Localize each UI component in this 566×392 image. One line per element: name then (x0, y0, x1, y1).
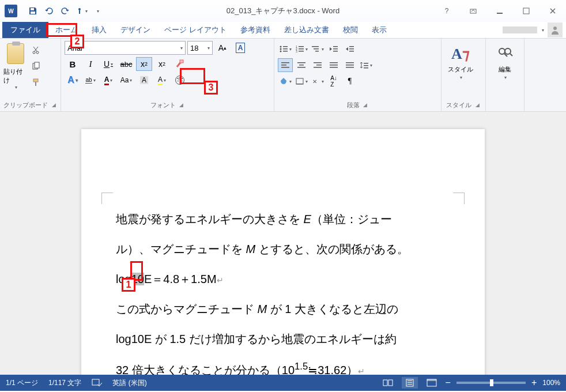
page-indicator[interactable]: 1/1 ページ (6, 378, 38, 388)
svg-rect-19 (283, 51, 288, 52)
phonetic-guide-button[interactable]: ab▾ (82, 73, 99, 87)
subscript-button[interactable]: x2 (136, 57, 152, 71)
avatar[interactable] (548, 22, 563, 37)
word-count[interactable]: 1/117 文字 (48, 378, 81, 388)
maximize-icon[interactable] (513, 5, 539, 17)
language-indicator[interactable]: 英語 (米国) (112, 378, 146, 388)
title-bar: W ▾ ▾ 02_013_キャプチャ3.docx - Word ? (0, 0, 566, 22)
zoom-out-button[interactable]: − (446, 378, 451, 388)
svg-rect-51 (364, 65, 368, 66)
cut-button[interactable] (28, 43, 44, 57)
help-icon[interactable]: ? (433, 5, 460, 17)
decrease-indent-button[interactable] (326, 42, 341, 56)
svg-rect-50 (364, 63, 368, 64)
italic-button[interactable]: I (82, 57, 99, 71)
web-layout-icon[interactable] (424, 377, 440, 389)
show-marks-button[interactable]: ¶ (342, 74, 357, 88)
underline-button[interactable]: U▾ (100, 57, 116, 71)
justify-button[interactable] (326, 58, 341, 72)
align-center-button[interactable] (294, 58, 309, 72)
font-color-button[interactable]: A▾ (100, 73, 116, 87)
bold-button[interactable]: B (65, 57, 81, 71)
clipboard-icon (7, 43, 24, 64)
increase-indent-button[interactable] (342, 42, 357, 56)
highlight-button[interactable]: A▾ (154, 73, 170, 87)
close-icon[interactable] (539, 5, 566, 17)
zoom-thumb[interactable] (490, 379, 493, 386)
minimize-icon[interactable] (486, 5, 513, 17)
borders-button[interactable]: ▾ (294, 74, 309, 88)
group-paragraph: ▾ 123▾ ▾ ▾ ▾ ▾ ✕▾ A↓Z ¶ 段落◢ (274, 39, 442, 111)
font-name-combo[interactable]: Arial▾ (65, 41, 186, 55)
multilevel-button[interactable]: ▾ (310, 42, 325, 56)
sort-button[interactable]: A↓Z (326, 74, 341, 88)
tab-design[interactable]: デザイン (114, 22, 157, 38)
user-chevron-icon[interactable]: ▾ (542, 28, 544, 33)
strikethrough-button[interactable]: abc (118, 57, 134, 71)
styles-button[interactable]: A⁊ スタイル ▾ (446, 41, 475, 100)
font-size-combo[interactable]: 18▾ (187, 41, 213, 55)
enclose-char-button[interactable]: 字 (172, 73, 188, 87)
svg-rect-37 (281, 67, 289, 68)
copy-button[interactable] (28, 59, 44, 73)
tab-review[interactable]: 校閲 (336, 22, 365, 38)
zoom-level[interactable]: 100% (542, 379, 560, 387)
text-box-button[interactable]: A (232, 41, 248, 55)
font-launcher-icon[interactable]: ◢ (178, 101, 185, 108)
superscript-button[interactable]: x2 (154, 57, 170, 71)
bullets-button[interactable]: ▾ (278, 42, 293, 56)
grow-font-button[interactable]: A▴ (214, 41, 231, 55)
document-area[interactable]: 地震が発するエネルギーの大きさを E（単位：ジュー ル）、マグニチュードを M … (0, 112, 566, 375)
char-shading-button[interactable]: A (136, 73, 152, 87)
read-mode-icon[interactable] (380, 377, 396, 389)
selection[interactable]: 10 (131, 273, 144, 285)
tab-layout[interactable]: ページ レイアウト (157, 22, 233, 38)
redo-icon[interactable] (58, 3, 73, 18)
editing-button[interactable]: 編集 ▾ (490, 41, 519, 100)
spell-check-icon[interactable] (92, 379, 102, 387)
svg-text:3: 3 (296, 50, 297, 53)
text-effects-button[interactable]: A▾ (65, 73, 81, 87)
page: 地震が発するエネルギーの大きさを E（単位：ジュー ル）、マグニチュードを M … (81, 129, 485, 375)
tab-file[interactable]: ファイル (2, 22, 48, 38)
svg-rect-46 (330, 67, 338, 68)
save-icon[interactable] (25, 3, 40, 18)
align-left-button[interactable] (278, 58, 293, 72)
user-name[interactable] (503, 27, 537, 33)
paragraph-launcher-icon[interactable]: ◢ (362, 101, 369, 108)
format-painter-button[interactable] (28, 76, 44, 89)
svg-rect-54 (296, 84, 303, 84)
tab-references[interactable]: 参考資料 (233, 22, 277, 38)
clear-formatting-button[interactable] (172, 57, 188, 71)
styles-launcher-icon[interactable]: ◢ (474, 101, 481, 108)
shading-button[interactable]: ▾ (278, 74, 293, 88)
numbering-button[interactable]: 123▾ (294, 42, 309, 56)
svg-point-2 (78, 8, 81, 10)
ribbon-options-icon[interactable] (460, 5, 486, 17)
svg-rect-34 (349, 51, 354, 52)
tab-mailings[interactable]: 差し込み文書 (277, 22, 336, 38)
undo-icon[interactable] (41, 3, 56, 18)
qat-customize-icon[interactable]: ▾ (90, 3, 105, 18)
tab-view[interactable]: 表示 (365, 22, 394, 38)
align-right-button[interactable] (310, 58, 325, 72)
change-case-button[interactable]: Aa▾ (118, 73, 134, 87)
window-controls: ? (433, 5, 566, 17)
paste-button[interactable]: 貼り付け ▾ (3, 41, 28, 100)
svg-rect-66 (427, 379, 436, 381)
tab-insert[interactable]: 挿入 (85, 22, 114, 38)
clipboard-launcher-icon[interactable]: ◢ (50, 101, 57, 108)
zoom-in-button[interactable]: + (531, 378, 537, 388)
asian-layout-button[interactable]: ✕▾ (310, 74, 325, 88)
paragraph-mark-icon: ↵ (217, 276, 224, 285)
line-spacing-button[interactable]: ▾ (359, 58, 373, 72)
tab-home[interactable]: ホーム (48, 22, 85, 38)
svg-rect-53 (296, 78, 303, 84)
svg-point-56 (499, 48, 505, 54)
touch-mode-icon[interactable]: ▾ (74, 3, 89, 18)
zoom-slider[interactable] (456, 382, 526, 384)
document-text[interactable]: 地震が発するエネルギーの大きさを E（単位：ジュー ル）、マグニチュードを M … (116, 204, 450, 375)
quick-access-toolbar: ▾ ▾ (25, 3, 105, 18)
print-layout-icon[interactable] (402, 377, 418, 389)
distributed-button[interactable] (342, 58, 357, 72)
